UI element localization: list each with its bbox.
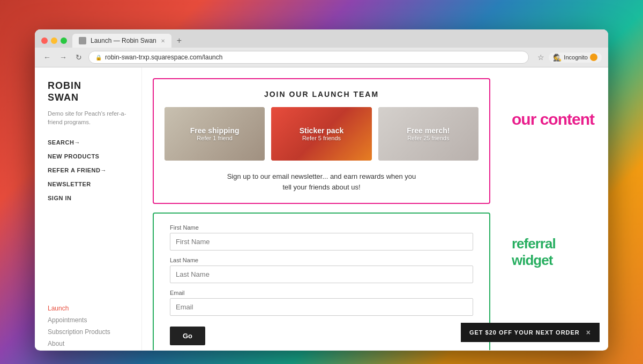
first-name-input[interactable] [170,233,473,251]
reward-subtitle-1: Refer 1 friend [190,135,240,141]
last-name-label: Last Name [170,257,473,263]
content-wrapper: JOIN OUR LAUNCH TEAM Free shipping Refer… [142,67,608,350]
tab-close-icon[interactable]: ✕ [161,38,165,44]
first-name-group: First Name [170,224,473,251]
new-tab-button[interactable]: + [174,35,185,47]
sidebar-item-newsletter[interactable]: NEWSLETTER [48,179,129,188]
go-button[interactable]: Go [170,327,205,345]
incognito-label: Incognito [564,54,588,60]
reward-card-free-merch[interactable]: Free merch! Refer 25 friends [378,107,478,161]
reward-subtitle-2: Refer 5 friends [300,135,344,141]
promo-text: GET $20 OFF YOUR NEXT ORDER [469,329,580,336]
page-content: JOIN OUR LAUNCH TEAM Free shipping Refer… [142,67,501,350]
sidebar-item-search[interactable]: SEARCH→ [48,137,129,147]
sidebar-item-subscription[interactable]: Subscription Products [48,327,129,336]
site-logo: ROBIN SWAN [48,80,129,103]
browser-actions: ☆ 🕵️ Incognito [537,52,602,63]
sidebar-item-new-products[interactable]: NEW PRODUCTS [48,151,129,161]
secondary-nav: Launch Appointments Subscription Product… [48,303,129,351]
browser-tab[interactable]: Launch — Robin Swan ✕ [72,34,171,48]
traffic-lights [41,37,67,44]
minimize-button[interactable] [51,37,57,44]
section-title: JOIN OUR LAUNCH TEAM [165,90,478,98]
promo-banner[interactable]: GET $20 OFF YOUR NEXT ORDER × [461,323,600,342]
main-nav: SEARCH→ NEW PRODUCTS REFER A FRIEND→ NEW… [48,137,129,207]
reward-title-1: Free shipping [190,126,240,135]
browser-content: ROBIN SWAN Demo site for Peach's refer-a… [35,67,608,350]
referral-widget-label: referral widget [512,236,597,269]
reward-title-2: Sticker pack [300,126,344,135]
referral-widget-section: First Name Last Name Email Go [153,213,490,350]
profile-dot [590,54,597,61]
email-label: Email [170,290,473,296]
reward-card-free-shipping[interactable]: Free shipping Refer 1 friend [165,107,265,161]
back-button[interactable]: ← [41,52,53,63]
right-panel: our content referral widget [501,67,608,350]
forward-button[interactable]: → [57,52,69,63]
our-content-section: JOIN OUR LAUNCH TEAM Free shipping Refer… [153,78,490,204]
lock-icon: 🔒 [95,55,102,60]
sidebar-item-refer-friend[interactable]: REFER A FRIEND→ [48,165,129,175]
last-name-group: Last Name [170,257,473,283]
sidebar: ROBIN SWAN Demo site for Peach's refer-a… [35,67,142,350]
address-bar-row: ← → ↻ 🔒 robin-swan-trxp.squarespace.com/… [35,48,608,67]
sidebar-item-sign-in[interactable]: SIGN IN [48,193,129,202]
browser-window: Launch — Robin Swan ✕ + ← → ↻ 🔒 robin-sw… [35,29,608,351]
signup-text: Sign up to our email newsletter... and e… [165,171,478,192]
reward-card-sticker-pack[interactable]: Sticker pack Refer 5 friends [271,107,371,161]
maximize-button[interactable] [61,37,67,44]
last-name-input[interactable] [170,266,473,283]
promo-close-icon[interactable]: × [586,328,591,337]
sidebar-item-blog[interactable]: Blog [48,350,129,351]
bookmark-icon[interactable]: ☆ [537,53,544,62]
incognito-badge: 🕵️ Incognito [549,52,602,63]
sidebar-item-about[interactable]: About [48,338,129,348]
site-tagline: Demo site for Peach's refer-a-friend pro… [48,110,129,126]
rewards-grid: Free shipping Refer 1 friend Sticker pac… [165,107,478,161]
first-name-label: First Name [170,224,473,231]
email-input[interactable] [170,298,473,316]
url-text: robin-swan-trxp.squarespace.com/launch [105,54,222,61]
browser-chrome: Launch — Robin Swan ✕ + ← → ↻ 🔒 robin-sw… [35,29,608,67]
reward-subtitle-3: Refer 25 friends [407,135,450,141]
address-bar[interactable]: 🔒 robin-swan-trxp.squarespace.com/launch [88,51,529,64]
incognito-icon: 🕵️ [553,54,562,62]
reward-title-3: Free merch! [407,126,450,135]
tab-bar: Launch — Robin Swan ✕ + [35,29,608,48]
tab-title: Launch — Robin Swan [91,37,156,44]
refresh-button[interactable]: ↻ [73,52,84,63]
close-button[interactable] [41,37,48,44]
email-group: Email [170,290,473,316]
sidebar-item-appointments[interactable]: Appointments [48,315,129,324]
sidebar-item-launch[interactable]: Launch [48,303,129,313]
tab-favicon-icon [79,37,86,44]
our-content-label: our content [512,110,597,128]
